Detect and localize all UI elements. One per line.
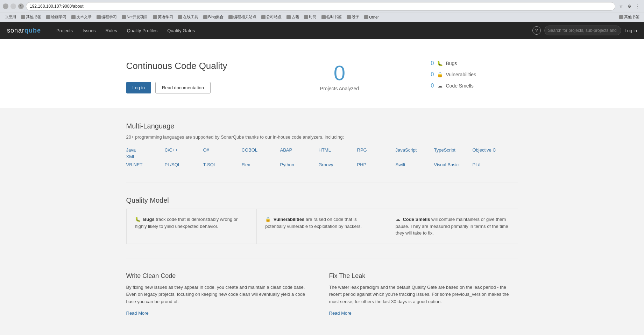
lang-js[interactable]: JavaScript [396, 147, 434, 153]
lang-xml[interactable]: XML [126, 153, 165, 160]
folder-icon [46, 15, 50, 19]
login-button[interactable]: Log in [126, 82, 151, 93]
lang-rpg[interactable]: RPG [357, 147, 396, 153]
nav-quality-gates[interactable]: Quality Gates [162, 22, 200, 39]
bookmark-jokes[interactable]: 段子 [345, 14, 361, 20]
quality-model-section: Quality Model 🐛 Bugs track code that is … [126, 182, 518, 258]
bookmark-blog[interactable]: Blog集合 [201, 14, 225, 20]
multilang-subtitle: 20+ programming languages are supported … [126, 134, 518, 140]
qm-smell-icon: ☁ [396, 217, 400, 222]
back-button[interactable]: ← [3, 4, 8, 9]
write-clean-title: Write Clean Code [126, 272, 315, 280]
folder-icon [364, 15, 368, 19]
nav-quality-profiles[interactable]: Quality Profiles [122, 22, 162, 39]
bookmark-other3[interactable]: 其他书签 [617, 14, 641, 20]
nav-links: Projects Issues Rules Quality Profiles Q… [51, 22, 200, 39]
smells-label: Code Smells [446, 83, 474, 89]
apps-icon: ⊞ [5, 15, 8, 19]
folder-icon [228, 15, 233, 19]
reload-button[interactable]: ↻ [18, 4, 24, 9]
language-grid: Java C/C++ C# COBOL ABAP HTML RPG JavaSc… [126, 147, 518, 168]
bookmark-tech[interactable]: 技术文章 [70, 14, 93, 20]
code-smells-stat: 0 ☁ Code Smells [427, 83, 518, 89]
lang-flex[interactable]: Flex [242, 161, 280, 168]
nav-issues[interactable]: Issues [78, 22, 101, 39]
lang-cpp[interactable]: C/C++ [165, 147, 203, 153]
forward-button[interactable]: → [10, 4, 16, 9]
lang-python[interactable]: Python [280, 161, 319, 168]
lang-groovy[interactable]: Groovy [319, 161, 357, 168]
bookmark-english[interactable]: 英语学习 [151, 14, 175, 20]
browser-chrome: ← → ↻ 192.168.100.107:9000/about ☆ ⚙ ⋮ ⊞… [0, 0, 644, 22]
vulnerabilities-stat: 0 🔒 Vulnerabilities [427, 71, 518, 78]
bookmark-company[interactable]: 公司站点 [260, 14, 283, 20]
bookmark-apps[interactable]: ⊞ 应用 [3, 14, 18, 20]
lang-html[interactable]: HTML [319, 147, 357, 153]
lang-cobol[interactable]: COBOL [242, 147, 280, 153]
bookmark-fashion[interactable]: 时尚 [302, 14, 318, 20]
write-clean-read-more[interactable]: Read More [126, 310, 149, 316]
folder-icon [71, 15, 76, 19]
bookmark-other1[interactable]: 其他书签 [19, 14, 43, 20]
bookmark-coding[interactable]: 编程学习 [95, 14, 119, 20]
folder-icon [21, 15, 25, 19]
menu-button[interactable]: ⋮ [634, 3, 641, 10]
bookmark-button[interactable]: ☆ [617, 3, 624, 10]
fix-leak-read-more[interactable]: Read More [329, 310, 352, 316]
lang-swift[interactable]: Swift [396, 161, 434, 168]
search-input[interactable] [544, 26, 621, 35]
lang-java[interactable]: Java [126, 147, 165, 153]
url-bar[interactable]: 192.168.100.107:9000/about [26, 2, 615, 11]
bugs-count: 0 [427, 60, 434, 67]
multilang-section: Multi-Language 20+ programming languages… [126, 108, 518, 182]
qm-vulns: 🔒 Vulnerabilities are raised on code tha… [257, 209, 387, 244]
bookmark-other2[interactable]: Other [362, 14, 381, 20]
lang-objc[interactable]: Objective C [473, 147, 511, 153]
nav-rules[interactable]: Rules [101, 22, 122, 39]
bookmarks-bar: ⊞ 应用 其他书签 绘画学习 技术文章 编程学习 Net开发项目 英语学习 [0, 13, 644, 22]
folder-icon [97, 15, 101, 19]
extensions-button[interactable]: ⚙ [626, 3, 633, 10]
bookmark-coding-sites[interactable]: 编程相关站点 [227, 14, 258, 20]
browser-actions: ☆ ⚙ ⋮ [617, 3, 641, 10]
bottom-section: Write Clean Code By fixing new issues as… [126, 258, 518, 330]
read-docs-button[interactable]: Read documentation [155, 82, 211, 93]
lang-vbnet[interactable]: VB.NET [126, 161, 165, 168]
lang-pli[interactable]: PL/I [473, 161, 511, 168]
write-clean-col: Write Clean Code By fixing new issues as… [126, 272, 315, 316]
bugs-label: Bugs [446, 61, 457, 66]
lang-php[interactable]: PHP [357, 161, 396, 168]
qm-vulns-label: Vulnerabilities [274, 217, 304, 222]
hero-center: 0 Projects Analyzed [259, 63, 420, 91]
lang-tsql[interactable]: T-SQL [203, 161, 242, 168]
lang-csharp[interactable]: C# [203, 147, 242, 153]
folder-icon [203, 15, 207, 19]
main-content: Multi-Language 20+ programming languages… [112, 108, 532, 330]
help-icon[interactable]: ? [532, 26, 541, 35]
vuln-count: 0 [427, 71, 434, 78]
bookmark-tools[interactable]: 在线工具 [176, 14, 200, 20]
folder-icon [321, 15, 326, 19]
lang-plsql[interactable]: PL/SQL [165, 161, 203, 168]
folder-icon [619, 15, 623, 19]
bookmark-net[interactable]: Net开发项目 [120, 14, 150, 20]
quality-model-title: Quality Model [126, 196, 518, 204]
lang-vbasic[interactable]: Visual Basic [434, 161, 473, 168]
login-link[interactable]: Log in [625, 28, 637, 33]
lang-ts[interactable]: TypeScript [434, 147, 473, 153]
lang-abap[interactable]: ABAP [280, 147, 319, 153]
bookmark-temp[interactable]: 临时书签 [320, 14, 344, 20]
fix-leak-text: The water leak paradigm and the default … [329, 284, 518, 306]
bug-icon: 🐛 [437, 60, 443, 67]
projects-label: Projects Analyzed [320, 86, 359, 91]
folder-icon [261, 15, 266, 19]
fix-leak-col: Fix The Leak The water leak paradigm and… [329, 272, 518, 316]
bookmark-classics[interactable]: 古籍 [285, 14, 301, 20]
folder-icon [286, 15, 291, 19]
bookmark-drawing[interactable]: 绘画学习 [44, 14, 68, 20]
fix-leak-title: Fix The Leak [329, 272, 518, 280]
vuln-label: Vulnerabilities [446, 72, 476, 77]
hero-section: Continuous Code Quality Log in Read docu… [0, 39, 644, 108]
nav-projects[interactable]: Projects [51, 22, 78, 39]
logo-text: sonarqube [7, 27, 41, 34]
